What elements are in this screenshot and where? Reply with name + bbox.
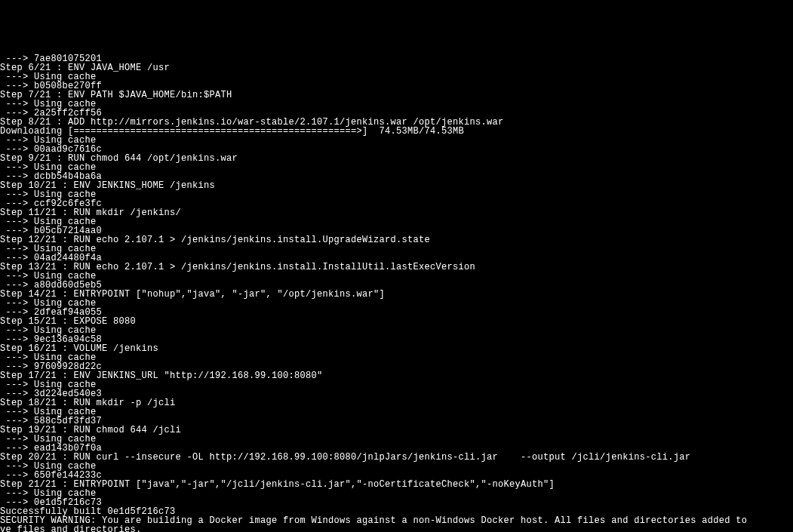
output-line: ---> Using cache (0, 353, 793, 362)
output-line: ve files and directories. (0, 525, 793, 532)
docker-build-output: ---> 7ae801075201Step 6/21 : ENV JAVA_HO… (0, 54, 793, 532)
output-line: Step 21/21 : ENTRYPOINT ["java","-jar","… (0, 480, 793, 489)
terminal-output[interactable]: ---> 7ae801075201Step 6/21 : ENV JAVA_HO… (0, 36, 793, 532)
output-line: Step 13/21 : RUN echo 2.107.1 > /jenkins… (0, 263, 793, 272)
output-line: ---> Using cache (0, 326, 793, 335)
output-line: Step 15/21 : EXPOSE 8080 (0, 317, 793, 326)
output-line: Step 6/21 : ENV JAVA_HOME /usr (0, 63, 793, 72)
output-line: ---> Using cache (0, 163, 793, 172)
output-line: Step 18/21 : RUN mkdir -p /jcli (0, 398, 793, 407)
output-line: ---> Using cache (0, 72, 793, 81)
output-line: Step 17/21 : ENV JENKINS_URL "http://192… (0, 371, 793, 380)
output-line: Step 16/21 : VOLUME /jenkins (0, 344, 793, 353)
output-line: ---> Using cache (0, 190, 793, 199)
output-line: Step 10/21 : ENV JENKINS_HOME /jenkins (0, 181, 793, 190)
output-line: ---> Using cache (0, 100, 793, 109)
output-line: Step 7/21 : ENV PATH $JAVA_HOME/bin:$PAT… (0, 91, 793, 100)
output-line: ---> Using cache (0, 407, 793, 417)
output-line: Step 19/21 : RUN chmod 644 /jcli (0, 426, 793, 435)
output-line: ---> Using cache (0, 244, 793, 254)
output-line: Step 11/21 : RUN mkdir /jenkins/ (0, 208, 793, 217)
output-line: ---> Using cache (0, 462, 793, 471)
output-line: Step 9/21 : RUN chmod 644 /opt/jenkins.w… (0, 154, 793, 163)
output-line: ---> Using cache (0, 217, 793, 226)
output-line: ---> Using cache (0, 435, 793, 444)
output-line: ---> Using cache (0, 272, 793, 281)
output-line: Step 20/21 : RUN curl --insecure -OL htt… (0, 453, 793, 462)
output-line: ---> Using cache (0, 136, 793, 145)
output-line: Step 14/21 : ENTRYPOINT ["nohup","java",… (0, 290, 793, 299)
output-line: ---> Using cache (0, 299, 793, 308)
output-line: Downloading [===========================… (0, 127, 793, 136)
output-line: Step 12/21 : RUN echo 2.107.1 > /jenkins… (0, 235, 793, 244)
output-line: ---> Using cache (0, 380, 793, 389)
output-line: ---> Using cache (0, 489, 793, 498)
